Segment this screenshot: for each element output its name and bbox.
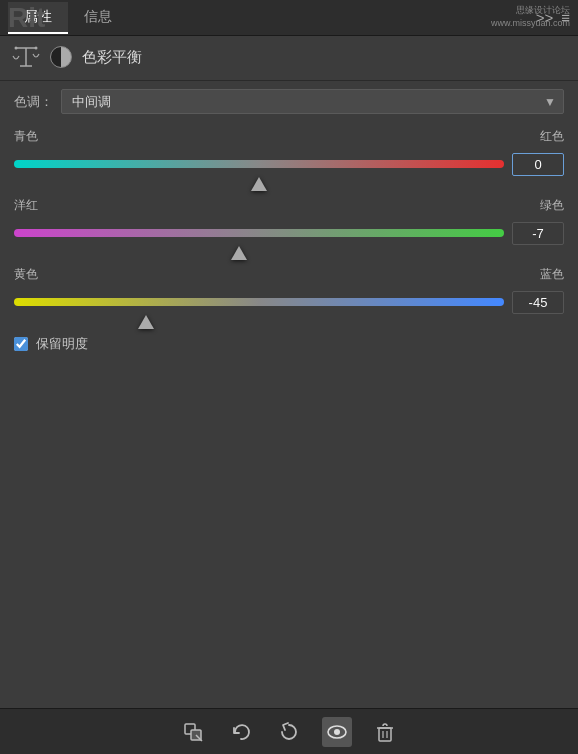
preserve-luminosity-checkbox[interactable] <box>14 337 28 351</box>
main-section: 色调： 中间调 阴影 高光 ▼ 青色 红色 洋红 绿色 <box>0 89 578 353</box>
slider-row-magenta-green: 洋红 绿色 <box>14 197 564 248</box>
panel-header: 色彩平衡 <box>0 36 578 78</box>
slider-and-input-3 <box>14 287 564 317</box>
checkbox-label: 保留明度 <box>36 335 88 353</box>
tone-label: 色调： <box>14 93 53 111</box>
slider-and-input-2 <box>14 218 564 248</box>
slider-thumb-1[interactable] <box>251 177 267 191</box>
slider-thumb-3[interactable] <box>138 315 154 329</box>
label-cyan: 青色 <box>14 128 38 145</box>
label-green: 绿色 <box>540 197 564 214</box>
slider-input-cyan-red[interactable] <box>512 153 564 176</box>
tone-select-wrapper: 中间调 阴影 高光 ▼ <box>61 89 564 114</box>
label-yellow: 黄色 <box>14 266 38 283</box>
logo-text: Rit <box>0 0 53 36</box>
undo-button[interactable] <box>226 717 256 747</box>
slider-row-cyan-red: 青色 红色 <box>14 128 564 179</box>
svg-rect-10 <box>379 728 391 741</box>
checkbox-row: 保留明度 <box>14 335 564 353</box>
label-magenta: 洋红 <box>14 197 38 214</box>
label-red: 红色 <box>540 128 564 145</box>
visibility-button[interactable] <box>322 717 352 747</box>
eye-icon <box>326 721 348 743</box>
targeted-adjustment-button[interactable] <box>178 717 208 747</box>
delete-button[interactable] <box>370 717 400 747</box>
watermark: 思缘设计论坛 www.missyuan.com <box>491 4 570 29</box>
slider-track-2 <box>14 229 504 237</box>
slider-track-wrapper-1[interactable] <box>14 149 504 179</box>
panel-title: 色彩平衡 <box>82 48 142 67</box>
bottom-toolbar <box>0 708 578 754</box>
slider-track-3 <box>14 298 504 306</box>
slider-row-yellow-blue: 黄色 蓝色 <box>14 266 564 317</box>
slider-track-1 <box>14 160 504 168</box>
tone-select[interactable]: 中间调 阴影 高光 <box>61 89 564 114</box>
tab-info[interactable]: 信息 <box>68 2 128 34</box>
slider-thumb-2[interactable] <box>231 246 247 260</box>
slider-input-magenta-green[interactable] <box>512 222 564 245</box>
slider-and-input-1 <box>14 149 564 179</box>
reset-icon <box>278 721 300 743</box>
slider-input-yellow-blue[interactable] <box>512 291 564 314</box>
svg-point-2 <box>15 47 18 50</box>
slider-labels-3: 黄色 蓝色 <box>14 266 564 283</box>
slider-labels-1: 青色 红色 <box>14 128 564 145</box>
svg-point-3 <box>35 47 38 50</box>
layer-icon <box>50 46 72 68</box>
divider-1 <box>0 80 578 81</box>
trash-icon <box>374 721 396 743</box>
slider-track-wrapper-2[interactable] <box>14 218 504 248</box>
tone-row: 色调： 中间调 阴影 高光 ▼ <box>14 89 564 114</box>
slider-track-wrapper-3[interactable] <box>14 287 504 317</box>
reset-button[interactable] <box>274 717 304 747</box>
svg-point-9 <box>334 729 340 735</box>
label-blue: 蓝色 <box>540 266 564 283</box>
slider-labels-2: 洋红 绿色 <box>14 197 564 214</box>
balance-icon <box>12 46 40 68</box>
targeted-adjustment-icon <box>182 721 204 743</box>
undo-icon <box>230 721 252 743</box>
